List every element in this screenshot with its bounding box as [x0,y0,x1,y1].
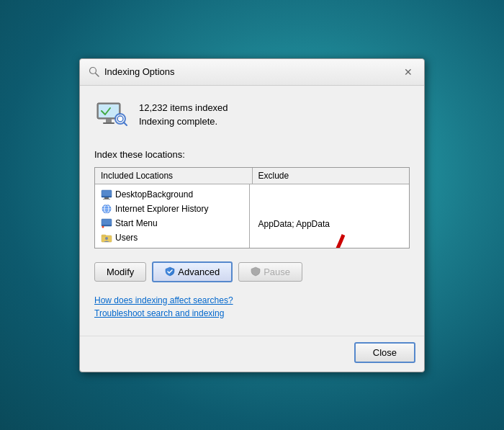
ie-icon [101,203,112,215]
index-status-icon [94,97,129,132]
users-icon [101,232,112,243]
start-menu-icon [101,218,112,229]
list-item[interactable]: Users [98,230,246,245]
status-text-block: 12,232 items indexed Indexing complete. [139,102,228,127]
index-status: Indexing complete. [139,116,228,127]
indexing-options-icon [89,66,100,78]
svg-rect-4 [106,119,112,122]
status-area: 12,232 items indexed Indexing complete. [94,97,410,139]
pause-button[interactable]: Pause [238,262,302,282]
advanced-button[interactable]: Advanced [152,261,233,282]
modify-button[interactable]: Modify [94,262,146,282]
annotation-arrow [257,228,372,248]
svg-line-8 [124,122,127,125]
pause-shield-icon [251,266,261,277]
svg-line-1 [96,73,99,76]
troubleshoot-link[interactable]: Troubleshoot search and indexing [94,308,410,318]
list-item[interactable]: Start Menu [98,216,246,230]
location-name: Internet Explorer History [115,204,208,214]
exclude-column: AppData; AppData [250,184,410,248]
how-indexing-link[interactable]: How does indexing affect searches? [94,295,410,305]
col-included-header: Included Locations [95,168,253,184]
indexing-options-dialog: Indexing Options ✕ 12,232 [79,58,425,372]
list-item[interactable]: Internet Explorer History [98,202,246,216]
svg-rect-22 [102,235,106,236]
dialog-close-button[interactable]: ✕ [401,65,415,79]
list-item[interactable]: DesktopBackground [98,187,246,202]
close-button[interactable]: Close [354,342,415,363]
exclude-appdata: AppData; AppData [256,218,404,230]
dialog-body: 12,232 items indexed Indexing complete. … [80,86,424,333]
location-name: Start Menu [115,218,158,228]
locations-table: Included Locations Exclude DesktopBackgr… [94,167,410,248]
section-label: Index these locations: [94,149,410,160]
title-bar: Indexing Options ✕ [80,59,424,86]
advanced-shield-icon [165,266,175,277]
svg-rect-10 [102,196,112,197]
items-count: 12,232 items indexed [139,102,228,113]
table-body: DesktopBackground Internet Explorer Hist… [95,184,409,248]
desktop-bg-icon [101,189,112,200]
dialog-title: Indexing Options [104,66,175,77]
svg-point-23 [105,237,108,240]
included-locations-column: DesktopBackground Internet Explorer Hist… [95,184,250,248]
location-name: DesktopBackground [115,189,193,200]
svg-rect-5 [103,122,114,124]
table-header: Included Locations Exclude [95,168,409,184]
buttons-row: Modify Advanced Pause [94,256,410,285]
links-area: How does indexing affect searches? Troub… [94,292,410,321]
title-bar-left: Indexing Options [89,66,175,78]
svg-rect-12 [103,199,110,200]
footer: Close [80,336,424,372]
location-name: Users [115,233,138,243]
pause-label: Pause [264,266,290,277]
advanced-label: Advanced [178,266,220,277]
col-exclude-header: Exclude [253,168,410,184]
svg-point-20 [102,225,104,228]
svg-rect-11 [104,197,109,199]
